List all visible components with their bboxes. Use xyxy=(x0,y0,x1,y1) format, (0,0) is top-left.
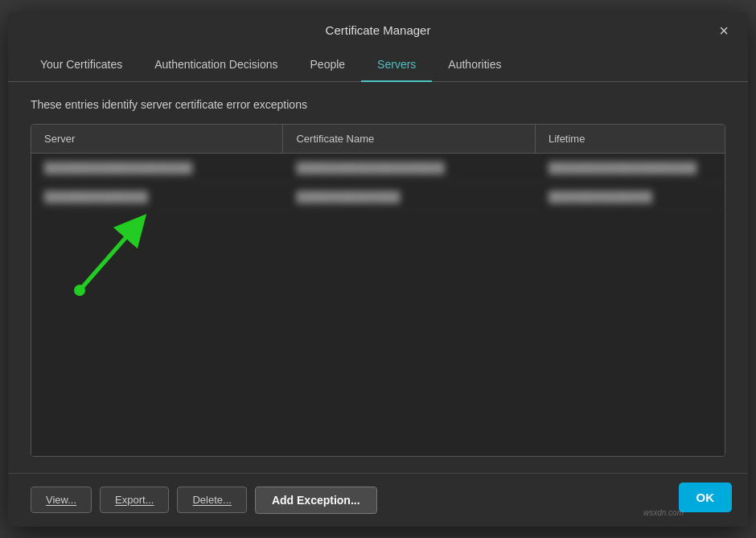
cell-cert-1: ████████████████████ xyxy=(283,154,535,182)
cell-cert-2: ██████████████ xyxy=(283,183,535,211)
table-body: ████████████████████ ███████████████████… xyxy=(31,154,725,456)
tab-your-certificates[interactable]: Your Certificates xyxy=(24,48,138,82)
footer-buttons: View... Export... Delete... Add Exceptio… xyxy=(8,473,748,527)
tab-authentication-decisions[interactable]: Authentication Decisions xyxy=(138,48,294,82)
certificate-manager-dialog: Certificate Manager × Your Certificates … xyxy=(8,12,748,527)
servers-table: Server Certificate Name Lifetime ███████… xyxy=(31,124,725,457)
dialog-title: Certificate Manager xyxy=(326,23,431,48)
export-button[interactable]: Export... xyxy=(100,487,169,513)
arrow-annotation xyxy=(64,202,168,310)
view-button[interactable]: View... xyxy=(31,487,92,513)
cell-lifetime-2: ██████████████ xyxy=(536,183,725,211)
tab-people[interactable]: People xyxy=(294,48,362,82)
table-row[interactable]: ████████████████████ ███████████████████… xyxy=(31,154,725,183)
cell-lifetime-1: ████████████████████ xyxy=(536,154,725,182)
main-content: These entries identify server certificat… xyxy=(8,82,748,473)
column-server: Server xyxy=(31,125,283,153)
svg-line-1 xyxy=(80,226,136,290)
add-exception-button[interactable]: Add Exception... xyxy=(255,487,377,514)
description-text: These entries identify server certificat… xyxy=(31,98,725,111)
tab-bar: Your Certificates Authentication Decisio… xyxy=(8,48,748,82)
watermark: wsxdn.com xyxy=(643,508,684,517)
svg-point-2 xyxy=(74,285,85,296)
titlebar: Certificate Manager × xyxy=(8,12,748,48)
column-lifetime: Lifetime xyxy=(536,125,725,153)
cell-server-1: ████████████████████ xyxy=(31,154,283,182)
ok-button[interactable]: OK xyxy=(679,483,733,512)
table-header: Server Certificate Name Lifetime xyxy=(31,125,725,154)
tab-authorities[interactable]: Authorities xyxy=(432,48,517,82)
cell-server-2: ██████████████ xyxy=(31,183,283,211)
close-button[interactable]: × xyxy=(713,20,735,43)
tab-servers[interactable]: Servers xyxy=(361,48,432,82)
table-row[interactable]: ██████████████ ██████████████ ██████████… xyxy=(31,183,725,212)
delete-button[interactable]: Delete... xyxy=(177,487,246,513)
column-cert-name: Certificate Name xyxy=(283,125,535,153)
